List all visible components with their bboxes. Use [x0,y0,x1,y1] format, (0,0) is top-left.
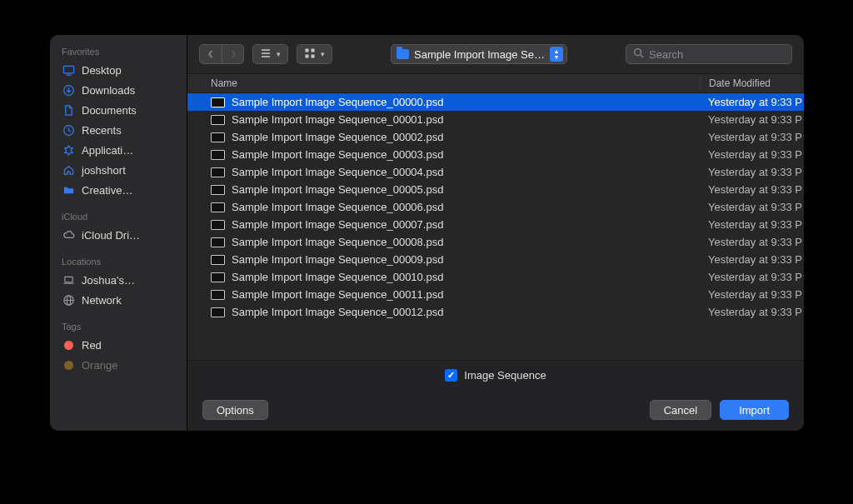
cancel-button[interactable]: Cancel [650,400,711,420]
footer: Options Cancel Import [187,389,804,431]
file-row[interactable]: Sample Import Image Sequence_00011.psdYe… [187,286,804,303]
documents-icon [62,103,75,117]
image-sequence-checkbox[interactable]: ✓ [445,369,457,382]
sidebar-item-label: Applicati… [82,144,133,157]
tag-dot-icon [62,338,75,352]
sidebar-item-computer[interactable]: Joshua's… [50,270,187,290]
laptop-icon [62,273,75,287]
grid-view-menu[interactable]: ▾ [297,44,332,64]
sidebar-item-downloads[interactable]: Downloads [50,80,187,100]
sidebar-item-network[interactable]: Network [50,290,187,310]
list-icon [260,47,272,62]
file-icon [211,237,225,247]
file-name: Sample Import Image Sequence_00012.psd [232,306,700,318]
chevron-down-icon: ▾ [321,50,325,58]
file-open-dialog: Favorites Desktop Downloads Documents Re… [50,35,804,431]
file-row[interactable]: Sample Import Image Sequence_00008.psdYe… [187,233,804,251]
svg-rect-15 [312,54,315,57]
sidebar-item-documents[interactable]: Documents [50,100,187,120]
file-date: Yesterday at 9:33 P [700,166,804,178]
file-icon [211,97,225,107]
file-date: Yesterday at 9:33 P [700,218,804,231]
sidebar-item-label: joshshort [82,164,126,177]
file-row[interactable]: Sample Import Image Sequence_00000.psdYe… [187,93,804,111]
sidebar-item-label: Desktop [82,64,122,77]
file-icon [211,167,225,177]
sidebar-item-label: Downloads [82,84,135,97]
file-name: Sample Import Image Sequence_00003.psd [232,148,700,161]
file-date: Yesterday at 9:33 P [700,306,804,318]
sidebar-item-home[interactable]: joshshort [50,160,187,180]
file-row[interactable]: Sample Import Image Sequence_00009.psdYe… [187,251,804,268]
search-input[interactable] [649,48,789,61]
file-list[interactable]: Sample Import Image Sequence_00000.psdYe… [187,93,804,360]
file-row[interactable]: Sample Import Image Sequence_00002.psdYe… [187,128,804,146]
file-date: Yesterday at 9:33 P [700,271,804,283]
sidebar-item-label: Documents [82,104,137,117]
file-icon [211,290,225,300]
sidebar-item-icloud[interactable]: iCloud Dri… [50,225,187,245]
file-name: Sample Import Image Sequence_00011.psd [232,288,700,301]
sidebar-item-label: Network [82,294,122,307]
chevron-down-icon: ▾ [277,50,281,58]
options-button[interactable]: Options [202,400,268,420]
column-header-date[interactable]: Date Modified [700,77,804,89]
sidebar-tag-orange[interactable]: Orange [50,355,187,375]
sidebar-tag-red[interactable]: Red [50,335,187,355]
home-icon [62,163,75,177]
nav-segment [199,44,244,64]
grid-icon [304,47,316,62]
section-title-favorites: Favorites [50,42,187,60]
svg-rect-12 [306,48,309,52]
file-date: Yesterday at 9:33 P [700,96,804,108]
desktop-icon [62,63,75,77]
tag-dot-icon [62,358,75,372]
network-icon [62,293,75,307]
file-date: Yesterday at 9:33 P [700,183,804,196]
cloud-icon [62,228,75,242]
sidebar-item-creative[interactable]: Creative… [50,180,187,200]
file-date: Yesterday at 9:33 P [700,253,804,266]
file-date: Yesterday at 9:33 P [700,148,804,161]
file-date: Yesterday at 9:33 P [700,201,804,213]
sidebar-item-label: Creative… [82,184,132,197]
options-bar: ✓ Image Sequence [187,360,804,389]
file-row[interactable]: Sample Import Image Sequence_00001.psdYe… [187,111,804,128]
file-icon [211,115,225,125]
file-row[interactable]: Sample Import Image Sequence_00007.psdYe… [187,216,804,233]
file-icon [211,220,225,230]
toolbar: ▾ ▾ Sample Import Image Se… ▲▼ [187,35,804,73]
search-field[interactable] [626,44,792,64]
file-name: Sample Import Image Sequence_00001.psd [232,113,700,126]
file-icon [211,185,225,195]
file-row[interactable]: Sample Import Image Sequence_00005.psdYe… [187,181,804,198]
sidebar-item-label: Joshua's… [82,274,135,287]
search-icon [633,47,644,61]
sidebar: Favorites Desktop Downloads Documents Re… [50,35,187,431]
list-header: Name Date Modified [187,73,804,93]
file-name: Sample Import Image Sequence_00006.psd [232,201,700,213]
forward-button[interactable] [222,45,243,63]
file-date: Yesterday at 9:33 P [700,288,804,301]
section-title-icloud: iCloud [50,207,187,225]
sidebar-item-applications[interactable]: Applicati… [50,140,187,160]
folder-icon [397,49,409,59]
path-popup[interactable]: Sample Import Image Se… ▲▼ [391,44,567,64]
file-row[interactable]: Sample Import Image Sequence_00003.psdYe… [187,146,804,163]
svg-rect-13 [312,48,315,52]
file-row[interactable]: Sample Import Image Sequence_00004.psdYe… [187,163,804,181]
sidebar-item-recents[interactable]: Recents [50,120,187,140]
file-row[interactable]: Sample Import Image Sequence_00010.psdYe… [187,268,804,286]
sidebar-item-label: Orange [82,359,117,372]
list-view-menu[interactable]: ▾ [252,44,288,64]
file-row[interactable]: Sample Import Image Sequence_00012.psdYe… [187,303,804,321]
sidebar-item-label: Red [82,339,102,352]
path-label: Sample Import Image Se… [414,48,545,61]
import-button[interactable]: Import [720,400,789,420]
section-title-tags: Tags [50,317,187,335]
file-row[interactable]: Sample Import Image Sequence_00006.psdYe… [187,198,804,216]
sidebar-item-desktop[interactable]: Desktop [50,60,187,80]
column-header-name[interactable]: Name [187,77,700,89]
back-button[interactable] [200,45,222,63]
file-icon [211,132,225,142]
